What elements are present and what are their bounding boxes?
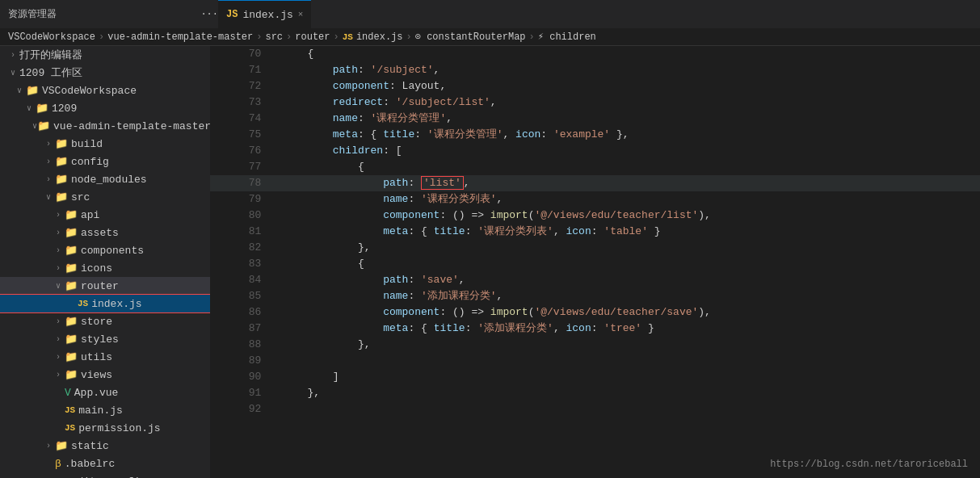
explorer-label: 资源管理器 bbox=[8, 7, 57, 21]
tree-item-components[interactable]: › 📁 components bbox=[0, 241, 210, 259]
vue-icon: V bbox=[65, 387, 71, 399]
tab-close-button[interactable]: × bbox=[298, 10, 304, 19]
sidebar-header-area: 资源管理器 ··· bbox=[8, 7, 218, 21]
code-line-87: 87 meta: { title: '添加课程分类', icon: 'tree'… bbox=[210, 321, 980, 337]
tree-item-index-js[interactable]: › JS index.js bbox=[0, 295, 210, 312]
code-line-80: 80 component: () => import('@/views/edu/… bbox=[210, 208, 980, 224]
file-js-icon: JS bbox=[65, 423, 75, 433]
code-line-74: 74 name: '课程分类管理', bbox=[210, 111, 980, 127]
sidebar-section-open-editors[interactable]: › 打开的编辑器 bbox=[0, 46, 210, 64]
code-line-72: 72 component: Layout, bbox=[210, 78, 980, 94]
tree-item-editorconfig[interactable]: › ⚙ .editorconfig bbox=[0, 472, 210, 478]
arrow-icon: ∨ bbox=[6, 68, 19, 78]
babel-icon: β bbox=[55, 458, 61, 470]
arrow-icon: › bbox=[6, 51, 19, 60]
breadcrumb-src[interactable]: src bbox=[265, 31, 283, 43]
code-line-73: 73 redirect: '/subject/list', bbox=[210, 94, 980, 111]
tree-item-router[interactable]: ∨ 📁 router bbox=[0, 277, 210, 295]
sidebar-section-workspace[interactable]: ∨ 1209 工作区 bbox=[0, 64, 210, 82]
code-line-76: 76 children: [ bbox=[210, 143, 980, 159]
tree-item-api[interactable]: › 📁 api bbox=[0, 206, 210, 224]
tree-item-utils[interactable]: › 📁 utils bbox=[0, 348, 210, 366]
tree-item-assets[interactable]: › 📁 assets bbox=[0, 224, 210, 241]
sidebar: › 打开的编辑器 ∨ 1209 工作区 ∨ 📁 VSCodeWorkspace … bbox=[0, 46, 210, 478]
tree-item-icons[interactable]: › 📁 icons bbox=[0, 259, 210, 277]
code-line-71: 71 path: '/subject', bbox=[210, 62, 980, 78]
title-bar: 资源管理器 ··· JS index.js × bbox=[0, 0, 980, 28]
code-line-77: 77 { bbox=[210, 159, 980, 175]
code-content: 70 { 71 path: '/subject', 72 component: … bbox=[210, 46, 980, 417]
open-editors-label: 打开的编辑器 bbox=[19, 48, 82, 62]
code-line-89: 89 bbox=[210, 353, 980, 369]
watermark: https://blog.csdn.net/taroriceball bbox=[770, 459, 968, 470]
tree-item-static[interactable]: › 📁 static bbox=[0, 437, 210, 455]
breadcrumb: VSCodeWorkspace › vue-admin-template-mas… bbox=[0, 28, 980, 46]
tree-item-app-vue[interactable]: › V App.vue bbox=[0, 384, 210, 401]
file-js-icon: JS bbox=[65, 405, 75, 415]
code-line-84: 84 path: 'save', bbox=[210, 272, 980, 288]
code-line-91: 91 }, bbox=[210, 385, 980, 401]
tree-item-views[interactable]: › 📁 views bbox=[0, 366, 210, 384]
code-line-92: 92 bbox=[210, 401, 980, 417]
tree-item-vscodeworkspace[interactable]: ∨ 📁 VSCodeWorkspace bbox=[0, 82, 210, 99]
code-line-83: 83 { bbox=[210, 256, 980, 272]
tree-item-permission-js[interactable]: › JS permission.js bbox=[0, 419, 210, 437]
tree-item-node-modules[interactable]: › 📁 node_modules bbox=[0, 170, 210, 188]
tab-index-js[interactable]: JS index.js × bbox=[218, 0, 311, 28]
tree-item-1209[interactable]: ∨ 📁 1209 bbox=[0, 99, 210, 117]
tree-item-main-js[interactable]: › JS main.js bbox=[0, 401, 210, 419]
code-editor[interactable]: 70 { 71 path: '/subject', 72 component: … bbox=[210, 46, 980, 478]
tab-bar: JS index.js × bbox=[218, 0, 972, 28]
breadcrumb-router[interactable]: router bbox=[295, 31, 330, 43]
code-line-81: 81 meta: { title: '课程分类列表', icon: 'table… bbox=[210, 224, 980, 240]
code-line-75: 75 meta: { title: '课程分类管理', icon: 'examp… bbox=[210, 127, 980, 143]
breadcrumb-project[interactable]: vue-admin-template-master bbox=[107, 31, 253, 43]
tree-item-build[interactable]: › 📁 build bbox=[0, 135, 210, 153]
tree-item-styles[interactable]: › 📁 styles bbox=[0, 330, 210, 348]
breadcrumb-constant-router[interactable]: ⊙ constantRouterMap bbox=[415, 31, 526, 43]
config-icon: ⚙ bbox=[55, 475, 61, 478]
tree-item-config[interactable]: › 📁 config bbox=[0, 153, 210, 170]
code-line-90: 90 ] bbox=[210, 369, 980, 385]
workspace-label: 1209 工作区 bbox=[19, 65, 82, 80]
explorer-menu-dots[interactable]: ··· bbox=[200, 9, 218, 20]
code-line-78: 78 path: 'list', bbox=[210, 175, 980, 191]
file-js-icon: JS bbox=[78, 299, 88, 308]
breadcrumb-workspace[interactable]: VSCodeWorkspace bbox=[8, 31, 95, 43]
tab-name: index.js bbox=[242, 9, 292, 21]
breadcrumb-children[interactable]: ⚡ children bbox=[538, 31, 596, 43]
code-line-85: 85 name: '添加课程分类', bbox=[210, 288, 980, 304]
tree-item-src[interactable]: ∨ 📁 src bbox=[0, 188, 210, 206]
tree-item-vue-admin[interactable]: ∨ 📁 vue-admin-template-master bbox=[0, 117, 210, 135]
breadcrumb-file[interactable]: index.js bbox=[356, 31, 403, 43]
main-layout: › 打开的编辑器 ∨ 1209 工作区 ∨ 📁 VSCodeWorkspace … bbox=[0, 46, 980, 478]
code-line-86: 86 component: () => import('@/views/edu/… bbox=[210, 304, 980, 321]
code-line-70: 70 { bbox=[210, 46, 980, 62]
tab-js-icon: JS bbox=[226, 9, 238, 20]
code-line-82: 82 }, bbox=[210, 240, 980, 256]
code-line-88: 88 }, bbox=[210, 337, 980, 353]
code-line-79: 79 name: '课程分类列表', bbox=[210, 191, 980, 208]
tree-item-babelrc[interactable]: › β .babelrc bbox=[0, 455, 210, 472]
tree-item-store[interactable]: › 📁 store bbox=[0, 312, 210, 330]
